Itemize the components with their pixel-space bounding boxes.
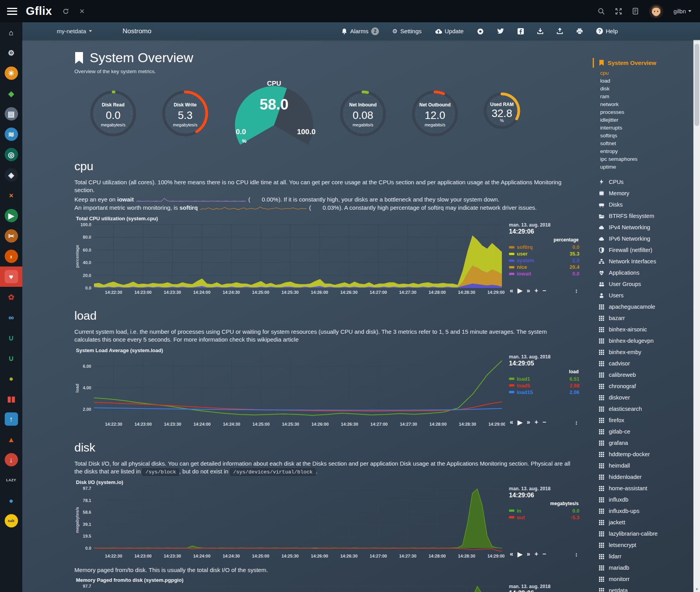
update-button[interactable]: Update bbox=[435, 28, 464, 34]
legend-item-iowait[interactable]: iowait0.0 bbox=[509, 270, 579, 277]
nav-subitem-idlejitter[interactable]: idlejitter bbox=[600, 116, 693, 124]
server-dropdown[interactable]: my-netdata bbox=[57, 28, 92, 34]
resize-handle[interactable]: ↕ bbox=[575, 287, 578, 294]
dark-app-icon[interactable]: ◈ bbox=[0, 165, 22, 185]
print-button[interactable] bbox=[576, 28, 583, 34]
scroll-down-arrow-icon[interactable]: ▼ bbox=[694, 587, 700, 591]
nav-section-applications[interactable]: Applications bbox=[598, 267, 693, 279]
nav-section-system-overview[interactable]: System Overview bbox=[593, 58, 693, 68]
pan-backward-button[interactable]: « bbox=[510, 551, 513, 558]
legend-item-softirq[interactable]: softirq0.0 bbox=[509, 244, 579, 250]
speed-app-icon[interactable]: ▶ bbox=[0, 205, 22, 226]
nav-app-hddtemp-docker[interactable]: hddtemp-docker bbox=[598, 449, 693, 460]
raspberry-icon[interactable]: ✿ bbox=[0, 287, 22, 307]
nav-subitem-softirqs[interactable]: softirqs bbox=[600, 132, 693, 140]
scrollbar[interactable]: ▼ bbox=[693, 40, 700, 592]
legend-item-load5[interactable]: load52.68 bbox=[509, 382, 579, 389]
gauge-disk-write[interactable]: Disk Write5.3megabytes/s bbox=[160, 88, 211, 139]
zoom-out-button[interactable]: − bbox=[542, 551, 546, 558]
nav-app-cadvisor[interactable]: cadvisor bbox=[598, 358, 693, 369]
nav-app-apacheguacamole[interactable]: apacheguacamole bbox=[598, 301, 693, 313]
pan-backward-button[interactable]: « bbox=[510, 287, 513, 294]
nav-subitem-softnet[interactable]: softnet bbox=[600, 140, 693, 148]
firefox-icon[interactable]: ◗ bbox=[0, 246, 22, 266]
nav-app-elasticsearch[interactable]: elasticsearch bbox=[598, 403, 693, 415]
help-button[interactable]: ? Help bbox=[596, 28, 618, 34]
nav-section-user-groups[interactable]: User Groups bbox=[598, 279, 693, 290]
nav-app-chronograf[interactable]: chronograf bbox=[598, 381, 693, 392]
nav-app-lidarr[interactable]: lidarr bbox=[598, 551, 693, 562]
nav-app-hiddenloader[interactable]: hiddenloader bbox=[598, 471, 693, 483]
airsonic-icon[interactable]: ≋ bbox=[0, 124, 22, 144]
lazylibrarian-icon[interactable]: LAZY bbox=[0, 470, 22, 490]
nav-app-binhex-delugevpn[interactable]: binhex-delugevpn bbox=[598, 335, 693, 347]
legend-item-in[interactable]: in0.0 bbox=[509, 507, 579, 514]
nav-section-ipv4-networking[interactable]: IPv4 Networking bbox=[598, 222, 693, 233]
drop-app-icon[interactable]: ● bbox=[0, 490, 22, 511]
legend-item-load15[interactable]: load152.06 bbox=[509, 389, 579, 396]
nav-app-influxdb[interactable]: influxdb bbox=[598, 494, 693, 506]
nav-app-mariadb[interactable]: mariadb bbox=[598, 562, 693, 574]
deluge-icon[interactable]: ∞ bbox=[0, 307, 22, 327]
zoom-in-button[interactable]: + bbox=[534, 419, 538, 426]
nav-app-grafana[interactable]: grafana bbox=[598, 437, 693, 449]
nav-app-calibreweb[interactable]: calibreweb bbox=[598, 369, 693, 381]
resize-handle[interactable]: ↕ bbox=[575, 551, 578, 558]
nav-app-lazylibrarian-calibre[interactable]: lazylibrarian-calibre bbox=[598, 528, 693, 540]
pan-forward-button[interactable]: » bbox=[527, 287, 530, 294]
nav-app-monitorr[interactable]: monitorr bbox=[598, 574, 693, 585]
zoom-out-button[interactable]: − bbox=[542, 287, 546, 294]
nav-app-firefox[interactable]: firefox bbox=[598, 415, 693, 426]
nav-section-ipv6-networking[interactable]: IPv6 Networking bbox=[598, 233, 693, 245]
chronograf-app-icon[interactable]: × bbox=[0, 185, 22, 205]
chart-canvas-load[interactable]: 14:22:3014:23:0014:23:3014:24:0014:24:30… bbox=[74, 354, 505, 428]
nav-app-binhex-airsonic[interactable]: binhex-airsonic bbox=[598, 324, 693, 335]
nav-subitem-network[interactable]: network bbox=[600, 101, 693, 108]
nav-section-users[interactable]: Users bbox=[598, 290, 693, 301]
home-icon[interactable]: ⌂ bbox=[0, 22, 22, 43]
nav-subitem-disk[interactable]: disk bbox=[600, 85, 693, 93]
gauge-disk-read[interactable]: Disk Read0.0megabytes/s bbox=[88, 88, 139, 139]
nav-subitem-processes[interactable]: processes bbox=[600, 108, 693, 116]
nav-app-letsencrypt[interactable]: letsencrypt bbox=[598, 540, 693, 551]
nav-app-gitlab-ce[interactable]: gitlab-ce bbox=[598, 426, 693, 437]
pills-app-icon[interactable]: ▮▮ bbox=[0, 389, 22, 409]
user-menu[interactable]: gilbn bbox=[673, 8, 691, 14]
tile-app-icon[interactable]: ↑ bbox=[0, 409, 22, 429]
sabnzbd-icon[interactable]: sab bbox=[0, 511, 22, 531]
chart-canvas-pgpgio[interactable]: 14:22:3014:23:0014:23:3014:24:0014:24:30… bbox=[74, 584, 505, 592]
nav-subitem-load[interactable]: load bbox=[600, 77, 693, 85]
legend-item-user[interactable]: user35.3 bbox=[509, 250, 579, 257]
gauge-net-inbound[interactable]: Net Inbound0.08megabits/s bbox=[337, 88, 388, 139]
chart-canvas-disk-io[interactable]: 14:22:3014:23:0014:23:3014:24:0014:24:30… bbox=[74, 486, 505, 560]
avatar[interactable] bbox=[649, 4, 663, 18]
nav-app-home-assistant[interactable]: home-assistant bbox=[598, 483, 693, 494]
upload-button[interactable] bbox=[557, 28, 563, 34]
download-button[interactable] bbox=[537, 28, 543, 34]
nav-section-disks[interactable]: Disks bbox=[598, 199, 693, 211]
nav-app-netdata[interactable]: netdata bbox=[598, 585, 693, 592]
chart-canvas-cpu[interactable]: 14:22:3014:23:0014:23:3014:24:0014:24:30… bbox=[74, 222, 505, 296]
fullscreen-icon[interactable] bbox=[615, 8, 622, 15]
play-button[interactable]: ▶ bbox=[518, 551, 522, 558]
zoom-in-button[interactable]: + bbox=[534, 551, 538, 558]
legend-item-system[interactable]: system2.3 bbox=[509, 257, 579, 264]
alarms-button[interactable]: Alarms 2 bbox=[341, 27, 379, 35]
facebook-button[interactable] bbox=[518, 28, 524, 34]
nav-section-memory[interactable]: Memory bbox=[598, 188, 693, 199]
green-u-app-icon[interactable]: ∪ bbox=[0, 348, 22, 368]
menu-icon[interactable] bbox=[7, 8, 17, 15]
nav-section-btrfs-filesystem[interactable]: BTRFS filesystem bbox=[598, 211, 693, 222]
gauge-net-outbound[interactable]: Net Outbound12.0megabits/s bbox=[410, 88, 460, 139]
scrollbar-thumb[interactable] bbox=[695, 44, 699, 126]
zoom-out-button[interactable]: − bbox=[542, 419, 546, 426]
play-button[interactable]: ▶ bbox=[518, 419, 522, 426]
gauge-used-ram[interactable]: Used RAM32.8% bbox=[482, 90, 522, 131]
nav-subitem-ram[interactable]: ram bbox=[600, 93, 693, 101]
emby-icon[interactable]: ◆ bbox=[0, 83, 22, 104]
pan-backward-button[interactable]: « bbox=[510, 419, 513, 426]
legend-item-nice[interactable]: nice20.4 bbox=[509, 264, 579, 270]
nav-app-heimdall[interactable]: heimdall bbox=[598, 460, 693, 471]
olive-app-icon[interactable]: ● bbox=[0, 368, 22, 389]
nav-section-firewall-netfilter-[interactable]: Firewall (netfilter) bbox=[598, 245, 693, 256]
